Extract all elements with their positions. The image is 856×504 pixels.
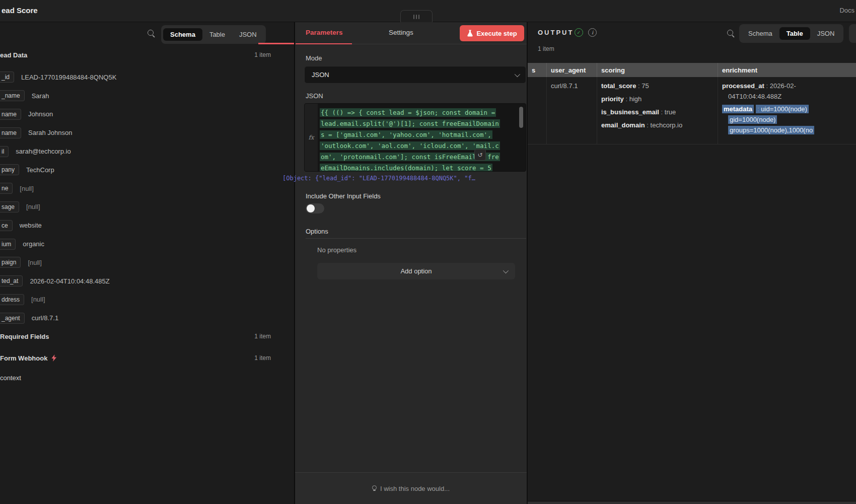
schema-field-key[interactable]: name bbox=[0, 109, 21, 120]
code-line: om', 'protonmail.com']; const isFreeEmai… bbox=[320, 152, 520, 163]
output-extra-button-partial[interactable] bbox=[849, 24, 856, 43]
schema-field-value: organic bbox=[23, 240, 44, 248]
info-icon[interactable]: i bbox=[588, 28, 597, 37]
mode-select[interactable]: JSON bbox=[304, 66, 526, 84]
add-option-button[interactable]: Add option bbox=[317, 263, 515, 279]
schema-field-key[interactable]: il bbox=[0, 146, 9, 157]
schema-field-key[interactable]: ne bbox=[0, 183, 13, 194]
include-other-fields-label: Include Other Input Fields bbox=[306, 192, 381, 200]
schema-field-key[interactable]: ddress bbox=[0, 294, 24, 305]
tab-settings[interactable]: Settings bbox=[389, 29, 413, 36]
column-header-enrichment[interactable]: enrichment bbox=[718, 63, 856, 77]
output-count: 1 item bbox=[538, 45, 554, 52]
input-view-tabs: Schema Table JSON bbox=[161, 25, 266, 44]
input-tab-json[interactable]: JSON bbox=[232, 28, 264, 41]
output-search-icon[interactable] bbox=[727, 29, 735, 38]
schema-field-value: website bbox=[20, 222, 42, 229]
schema-field-key[interactable]: _id bbox=[0, 71, 14, 83]
schema-field-row: ddress [null] bbox=[0, 291, 271, 309]
schema-field-value: TechCorp bbox=[26, 166, 54, 174]
section-label: ead Data bbox=[0, 51, 27, 59]
schema-field-key[interactable]: _agent bbox=[0, 313, 25, 324]
code-line: 'outlook.com', 'aol.com', 'icloud.com', … bbox=[320, 140, 520, 152]
schema-field-key[interactable]: ium bbox=[0, 239, 16, 250]
panel-drag-handle[interactable] bbox=[400, 10, 433, 23]
schema-field-value: [null] bbox=[20, 185, 33, 192]
schema-field-row: il sarah@techcorp.io bbox=[0, 142, 271, 161]
section-lead-data[interactable]: ead Data 1 item bbox=[0, 50, 271, 60]
code-line: {{ (() => { const lead = $json; const do… bbox=[320, 107, 520, 118]
input-connector-line bbox=[258, 43, 294, 44]
output-view-tabs: Schema Table JSON bbox=[739, 24, 843, 43]
options-divider bbox=[306, 238, 526, 239]
section-count: 1 item bbox=[254, 333, 271, 340]
schema-field-key[interactable]: pany bbox=[0, 164, 19, 175]
schema-field-row: ce website bbox=[0, 216, 271, 235]
schema-field-row: name Sarah Johnson bbox=[0, 123, 271, 142]
parameters-panel: Parameters Settings Execute step Mode JS… bbox=[295, 22, 528, 504]
column-header-partial[interactable]: s bbox=[528, 63, 546, 77]
column-header-user-agent[interactable]: user_agent bbox=[546, 63, 597, 77]
schema-field-key[interactable]: _name bbox=[0, 90, 25, 101]
schema-field-key[interactable]: ce bbox=[0, 220, 13, 231]
output-tab-json[interactable]: JSON bbox=[810, 27, 842, 40]
execute-step-button[interactable]: Execute step bbox=[460, 25, 524, 41]
schema-field-value: [null] bbox=[26, 203, 40, 210]
schema-field-value: [null] bbox=[28, 259, 41, 266]
editor-scrollbar[interactable] bbox=[519, 107, 523, 128]
scoring-entry: is_business_email : true bbox=[601, 107, 714, 117]
section-context[interactable]: context bbox=[0, 373, 271, 383]
enrichment-processed-at: processed_at : 2026-02- bbox=[722, 81, 852, 91]
schema-field-value: sarah@techcorp.io bbox=[16, 148, 70, 155]
schema-field-key[interactable]: ted_at bbox=[0, 275, 23, 286]
output-table: s user_agent scoring enrichment curl/8.7… bbox=[528, 63, 856, 145]
input-search-icon[interactable] bbox=[147, 29, 156, 38]
output-tab-table[interactable]: Table bbox=[779, 27, 810, 40]
expression-preview: [Object: {"lead_id": "LEAD-1770199488484… bbox=[282, 175, 524, 182]
output-tab-schema[interactable]: Schema bbox=[741, 27, 779, 40]
cell-enrichment: processed_at : 2026-02- 04T10:04:48.488Z… bbox=[718, 77, 856, 144]
code-line: eEmailDomains.includes(domain); let scor… bbox=[320, 163, 520, 171]
schema-field-key[interactable]: paign bbox=[0, 257, 21, 268]
schema-field-value: [null] bbox=[31, 296, 45, 303]
schema-field-value: Sarah Johnson bbox=[28, 129, 72, 136]
enrichment-metadata-wrap: groups=1000(node),1000(no bbox=[722, 125, 852, 135]
tab-parameters[interactable]: Parameters bbox=[306, 29, 343, 36]
input-tab-schema[interactable]: Schema bbox=[163, 28, 202, 41]
input-panel: Schema Table JSON ead Data 1 item _id LE… bbox=[0, 22, 295, 504]
schema-field-row: ium organic bbox=[0, 235, 271, 253]
output-title: OUTPUT bbox=[538, 29, 574, 36]
drag-handle-icon bbox=[413, 15, 414, 19]
schema-field-row: sage [null] bbox=[0, 198, 271, 217]
schema-field-row: _agent curl/8.7.1 bbox=[0, 309, 271, 327]
json-expression-editor[interactable]: fx {{ (() => { const lead = $json; const… bbox=[304, 103, 526, 172]
chevron-down-icon bbox=[503, 267, 509, 273]
code-area[interactable]: {{ (() => { const lead = $json; const do… bbox=[318, 104, 526, 171]
no-properties-text: No properties bbox=[317, 246, 356, 254]
output-table-row: curl/8.7.1 total_score : 75 priority : h… bbox=[528, 77, 856, 145]
editor-expand-button[interactable]: ↺ bbox=[474, 149, 486, 161]
schema-field-row: ted_at 2026-02-04T10:04:48.485Z bbox=[0, 272, 271, 291]
section-required-fields[interactable]: Required Fields 1 item bbox=[0, 331, 271, 341]
enrichment-processed-at-wrap: 04T10:04:48.488Z bbox=[722, 91, 852, 102]
enrichment-metadata-wrap: gid=1000(node) bbox=[722, 114, 852, 125]
json-label: JSON bbox=[306, 92, 323, 100]
code-line: s = ['gmail.com', 'yahoo.com', 'hotmail.… bbox=[320, 129, 520, 140]
docs-link[interactable]: Docs bbox=[839, 7, 854, 14]
schema-field-key[interactable]: name bbox=[0, 127, 21, 138]
schema-field-row: _id LEAD-1770199488484-8QNQ5K bbox=[0, 68, 271, 87]
node-title: ead Score bbox=[2, 6, 38, 15]
wish-link[interactable]: I wish this node would... bbox=[380, 485, 450, 492]
include-other-fields-toggle[interactable] bbox=[306, 203, 324, 213]
mode-label: Mode bbox=[306, 54, 322, 62]
schema-field-row: ne [null] bbox=[0, 179, 271, 198]
section-count: 1 item bbox=[254, 354, 271, 362]
input-tab-table[interactable]: Table bbox=[202, 28, 232, 41]
schema-field-key[interactable]: sage bbox=[0, 201, 19, 212]
schema-field-row: _name Sarah bbox=[0, 87, 271, 105]
success-check-icon: ✓ bbox=[575, 28, 583, 37]
toggle-knob bbox=[307, 204, 315, 212]
section-form-webhook[interactable]: Form Webhook 1 item bbox=[0, 353, 271, 363]
column-header-scoring[interactable]: scoring bbox=[597, 63, 718, 77]
trigger-bolt-icon bbox=[51, 354, 57, 362]
